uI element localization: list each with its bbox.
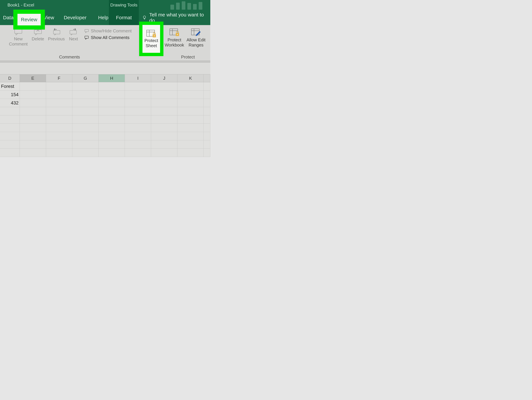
cell[interactable] [20, 140, 46, 148]
cell[interactable] [151, 82, 177, 90]
protect-workbook-button[interactable]: Protect Workbook [164, 28, 185, 48]
cell[interactable] [72, 107, 99, 115]
cell[interactable] [20, 91, 46, 99]
cell[interactable] [0, 149, 20, 157]
cell[interactable] [177, 99, 204, 107]
cell[interactable] [20, 132, 46, 140]
cell[interactable] [125, 149, 151, 157]
cell[interactable] [0, 124, 20, 132]
cell[interactable] [177, 140, 204, 148]
allow-edit-ranges-button[interactable]: Allow Edit Ranges [185, 28, 207, 48]
show-all-comments-button[interactable]: Show All Comments [84, 35, 129, 40]
new-comment-button[interactable]: New Comment [8, 28, 28, 47]
cell[interactable] [46, 149, 72, 157]
cell[interactable] [46, 91, 72, 99]
cell[interactable] [20, 82, 46, 90]
cell[interactable] [125, 124, 151, 132]
cell[interactable] [151, 99, 177, 107]
cell[interactable] [72, 140, 99, 148]
cell[interactable] [125, 140, 151, 148]
col-header-h[interactable]: H [99, 74, 125, 82]
cell[interactable] [177, 115, 204, 123]
col-header-j[interactable]: J [151, 74, 177, 82]
cell[interactable] [72, 82, 99, 90]
cell[interactable] [46, 107, 72, 115]
cell[interactable] [177, 82, 204, 90]
cell[interactable] [204, 91, 210, 99]
cell[interactable] [20, 107, 46, 115]
cell[interactable] [125, 99, 151, 107]
col-header-i[interactable]: I [125, 74, 151, 82]
cell[interactable] [151, 124, 177, 132]
cell[interactable] [72, 99, 99, 107]
cell[interactable] [46, 115, 72, 123]
cell[interactable] [72, 124, 99, 132]
cell[interactable] [72, 91, 99, 99]
col-header-edge[interactable] [204, 74, 210, 82]
tab-data[interactable]: Data [3, 10, 13, 25]
cell[interactable] [72, 132, 99, 140]
tab-developer[interactable]: Developer [62, 10, 88, 25]
cell[interactable] [46, 140, 72, 148]
tab-help[interactable]: Help [96, 10, 110, 25]
cell[interactable] [125, 132, 151, 140]
cell[interactable] [151, 107, 177, 115]
tab-review[interactable]: Review [18, 14, 41, 25]
cell[interactable] [99, 107, 125, 115]
cell[interactable] [151, 132, 177, 140]
cell[interactable] [204, 82, 210, 90]
cell[interactable]: Forest [0, 82, 20, 90]
cell[interactable] [20, 115, 46, 123]
cell[interactable] [204, 99, 210, 107]
cell[interactable] [204, 132, 210, 140]
cell[interactable] [125, 91, 151, 99]
show-hide-comment-button[interactable]: Show/Hide Comment [84, 28, 132, 34]
col-header-e[interactable]: E [20, 74, 46, 82]
cell[interactable] [125, 107, 151, 115]
cell[interactable] [20, 99, 46, 107]
formula-bar-area[interactable] [0, 63, 210, 74]
cell[interactable] [151, 140, 177, 148]
cell[interactable] [204, 124, 210, 132]
cell[interactable] [20, 149, 46, 157]
cell[interactable] [99, 149, 125, 157]
cell[interactable] [177, 149, 204, 157]
cell[interactable] [125, 115, 151, 123]
cell[interactable] [99, 99, 125, 107]
cell[interactable] [0, 107, 20, 115]
col-header-d[interactable]: D [0, 74, 20, 82]
col-header-f[interactable]: F [46, 74, 72, 82]
cell[interactable] [151, 149, 177, 157]
delete-comment-button[interactable]: Delete [30, 28, 45, 42]
cell[interactable] [72, 149, 99, 157]
cell[interactable] [151, 115, 177, 123]
cell[interactable] [99, 132, 125, 140]
cell[interactable] [177, 107, 204, 115]
cell[interactable] [99, 91, 125, 99]
protect-sheet-button[interactable]: Protect Sheet [142, 25, 160, 53]
cell[interactable] [99, 82, 125, 90]
cell[interactable] [0, 132, 20, 140]
cell[interactable] [204, 140, 210, 148]
cell[interactable] [72, 115, 99, 123]
cell[interactable] [177, 124, 204, 132]
cell[interactable] [46, 99, 72, 107]
cell[interactable] [99, 124, 125, 132]
cell[interactable] [204, 107, 210, 115]
cell[interactable] [46, 124, 72, 132]
cell[interactable] [46, 132, 72, 140]
tab-format[interactable]: Format [109, 10, 139, 25]
cell[interactable] [204, 149, 210, 157]
cell[interactable] [204, 115, 210, 123]
cell[interactable] [0, 140, 20, 148]
cell[interactable]: 154 [0, 91, 20, 99]
cell[interactable]: 432 [0, 99, 20, 107]
spreadsheet-grid[interactable]: Forest 154 432 [0, 82, 210, 157]
cell[interactable] [99, 115, 125, 123]
col-header-k[interactable]: K [177, 74, 204, 82]
cell[interactable] [151, 91, 177, 99]
cell[interactable] [177, 132, 204, 140]
cell[interactable] [0, 115, 20, 123]
cell[interactable] [46, 82, 72, 90]
previous-comment-button[interactable]: Previous [47, 28, 65, 42]
